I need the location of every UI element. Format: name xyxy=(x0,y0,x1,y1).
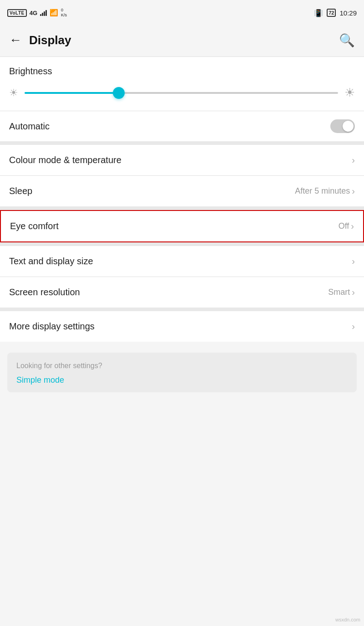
sleep-value: After 5 minutes xyxy=(295,186,350,196)
eye-comfort-right: Off › xyxy=(339,221,354,231)
chevron-icon: › xyxy=(352,321,355,332)
header: ← Display 🔍 xyxy=(0,24,364,56)
brightness-slider-row: ☀ ☀ xyxy=(9,86,355,100)
wifi-icon: 📶 xyxy=(50,9,58,17)
automatic-label: Automatic xyxy=(9,121,50,132)
text-display-size-item[interactable]: Text and display size › xyxy=(0,246,364,277)
colour-mode-item[interactable]: Colour mode & temperature › xyxy=(0,145,364,175)
more-display-settings-item[interactable]: More display settings › xyxy=(0,311,364,342)
sleep-item[interactable]: Sleep After 5 minutes › xyxy=(0,176,364,206)
page-title: Display xyxy=(29,33,71,47)
slider-thumb[interactable] xyxy=(113,87,125,99)
section-divider-2 xyxy=(0,206,364,210)
section-divider-4 xyxy=(0,308,364,311)
vibrate-icon: 📳 xyxy=(314,9,323,17)
text-display-size-right: › xyxy=(352,256,355,267)
signal-bar-1 xyxy=(40,14,41,16)
toggle-thumb xyxy=(343,121,354,132)
list-section-2: Text and display size › Screen resolutio… xyxy=(0,246,364,308)
list-section: Colour mode & temperature › Sleep After … xyxy=(0,145,364,206)
brightness-section: Brightness ☀ ☀ xyxy=(0,57,364,111)
status-bar: VoLTE 4G 📶 0 K/s 📳 72 10:29 xyxy=(0,0,364,24)
volte-badge: VoLTE xyxy=(7,9,27,17)
more-display-settings-right: › xyxy=(352,321,355,332)
screen-resolution-value: Smart xyxy=(328,287,350,297)
battery-icon: 72 xyxy=(327,9,336,17)
section-divider-3 xyxy=(0,242,364,246)
sleep-label: Sleep xyxy=(9,186,32,196)
network-type: 4G xyxy=(30,10,37,16)
brightness-label: Brightness xyxy=(9,66,355,77)
simple-mode-link[interactable]: Simple mode xyxy=(16,375,64,385)
brightness-slider[interactable] xyxy=(25,92,338,94)
signal-bar-2 xyxy=(42,13,43,16)
chevron-icon: › xyxy=(352,256,355,267)
data-up: 0 xyxy=(61,8,67,13)
back-button[interactable]: ← xyxy=(9,33,22,47)
section-divider-1 xyxy=(0,141,364,145)
slider-fill xyxy=(25,92,119,94)
chevron-icon: › xyxy=(352,186,355,196)
chevron-icon: › xyxy=(352,155,355,165)
data-speed: 0 K/s xyxy=(61,8,67,18)
automatic-toggle[interactable] xyxy=(330,119,355,133)
watermark: wsxdn.com xyxy=(335,617,360,622)
chevron-icon: › xyxy=(352,287,355,298)
text-display-size-label: Text and display size xyxy=(9,256,93,267)
eye-comfort-item[interactable]: Eye comfort Off › xyxy=(0,210,364,242)
more-settings-section: More display settings › xyxy=(0,311,364,342)
more-display-settings-label: More display settings xyxy=(9,321,95,332)
search-button[interactable]: 🔍 xyxy=(339,33,355,48)
screen-resolution-right: Smart › xyxy=(328,287,355,298)
data-unit: K/s xyxy=(61,13,67,18)
colour-mode-label: Colour mode & temperature xyxy=(9,155,121,165)
automatic-row[interactable]: Automatic xyxy=(0,111,364,141)
bottom-card: Looking for other settings? Simple mode xyxy=(7,353,357,392)
signal-bar-4 xyxy=(46,10,47,16)
sun-large-icon: ☀ xyxy=(344,86,355,100)
chevron-icon: › xyxy=(351,221,354,231)
eye-comfort-label: Eye comfort xyxy=(10,221,59,231)
screen-resolution-label: Screen resolution xyxy=(9,287,80,298)
signal-bar-3 xyxy=(44,11,45,16)
sleep-right: After 5 minutes › xyxy=(295,186,355,196)
signal-bars xyxy=(40,10,47,16)
status-right: 📳 72 10:29 xyxy=(314,9,357,17)
time: 10:29 xyxy=(339,9,357,17)
header-left: ← Display xyxy=(9,33,71,47)
colour-mode-right: › xyxy=(352,155,355,165)
battery-container: 72 xyxy=(327,9,336,17)
bottom-card-title: Looking for other settings? xyxy=(16,362,348,370)
screen-resolution-item[interactable]: Screen resolution Smart › xyxy=(0,277,364,308)
status-left: VoLTE 4G 📶 0 K/s xyxy=(7,8,67,18)
sun-small-icon: ☀ xyxy=(9,87,18,99)
eye-comfort-value: Off xyxy=(339,221,349,231)
